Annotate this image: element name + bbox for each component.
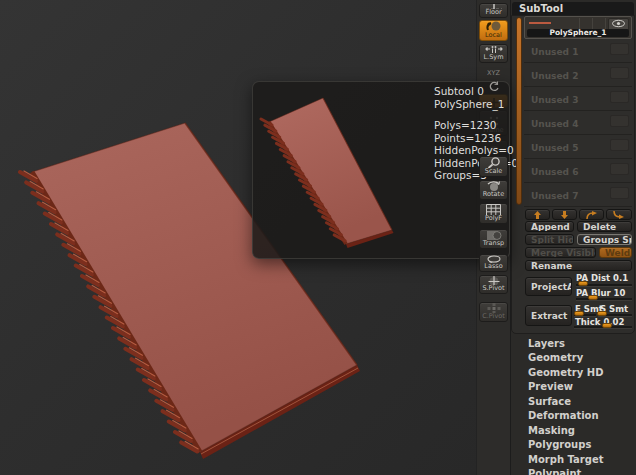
move-subtool-up-button[interactable] [525, 209, 550, 220]
curved-arrow-right-icon [586, 211, 598, 219]
stat-points: Points=1236 [434, 132, 510, 145]
xyz-button[interactable]: XYZ [479, 69, 508, 77]
polyf-button[interactable]: PolyF [479, 203, 508, 224]
eye-icon[interactable] [610, 67, 629, 79]
eye-icon[interactable] [610, 91, 629, 103]
scale-button[interactable]: Scale [479, 156, 508, 177]
section-surface[interactable]: Surface [528, 396, 628, 407]
arrow-up-icon [533, 211, 542, 219]
cpivot-button[interactable]: C.Pivot [479, 302, 508, 322]
polyf-label: PolyF [485, 215, 502, 223]
delete-button[interactable]: Delete [577, 221, 632, 232]
eye-icon[interactable] [610, 163, 629, 175]
subtool-item-unused-7[interactable]: Unused 7 [524, 185, 632, 207]
section-deformation[interactable]: Deformation [528, 410, 628, 421]
duplicate-subtool-button[interactable] [579, 209, 604, 220]
subtool-list-scrollbar[interactable] [516, 17, 522, 205]
spin-icon [488, 81, 500, 92]
spin-button[interactable] [479, 79, 508, 92]
rename-button[interactable]: Rename [525, 260, 632, 271]
subtool-item-unused-1[interactable]: Unused 1 [524, 41, 632, 63]
arrow-down-icon [560, 211, 569, 219]
section-layers[interactable]: Layers [528, 338, 628, 349]
subtool-item-unused-5[interactable]: Unused 5 [524, 137, 632, 159]
section-geometry-hd[interactable]: Geometry HD [528, 367, 628, 378]
section-preview[interactable]: Preview [528, 381, 628, 392]
pa-blur-slider-handle[interactable] [588, 295, 598, 300]
scale-label: Scale [485, 168, 503, 176]
curved-arrow-down-icon [613, 211, 625, 219]
lsym-button[interactable]: L.Sym [479, 44, 508, 63]
local-label: Local [485, 32, 502, 40]
merge-visible-button[interactable]: Merge Visible [525, 247, 596, 258]
subtool-item-unused-6[interactable]: Unused 6 [524, 161, 632, 183]
tooltip-subtool-name: PolySphere_1 [434, 98, 510, 111]
local-button[interactable]: Local [479, 20, 508, 41]
s-smt-slider-handle[interactable] [597, 311, 607, 316]
eye-icon [610, 19, 627, 28]
transp-button[interactable]: Transp [479, 229, 508, 249]
weld-button[interactable]: Weld [599, 247, 632, 258]
zbrush-window: Subtool 0 PolySphere_1 Polys=1230 Points… [0, 0, 636, 475]
extract-button[interactable]: Extract [525, 305, 572, 326]
eye-icon[interactable] [610, 187, 629, 199]
eye-icon[interactable] [610, 139, 629, 151]
cpivot-label: C.Pivot [482, 313, 505, 321]
subtool-panel-title[interactable]: SubTool [512, 2, 634, 15]
eye-icon[interactable] [610, 43, 629, 55]
section-morph-target[interactable]: Morph Target [528, 454, 628, 465]
append-button[interactable]: Append [525, 221, 574, 232]
section-masking[interactable]: Masking [528, 425, 628, 436]
stat-hiddenpolys: HiddenPolys=0 [434, 144, 510, 157]
thick-slider-handle[interactable] [602, 323, 612, 328]
split-hidden-button[interactable]: Split Hidden [525, 234, 574, 245]
lasso-button[interactable]: Lasso [479, 254, 508, 272]
section-geometry[interactable]: Geometry [528, 352, 628, 363]
subtool-selected-name[interactable]: PolySphere_1 [527, 29, 629, 37]
pa-blur-slider[interactable] [576, 298, 632, 301]
subtool-item-unused-2[interactable]: Unused 2 [524, 65, 632, 87]
project-all-button[interactable]: ProjectAll [525, 277, 572, 296]
pa-blur-slider-label: PA Blur 10 [576, 288, 625, 298]
xyz-label: XYZ [487, 69, 500, 77]
transp-label: Transp [483, 240, 504, 248]
floor-label: Floor [485, 9, 501, 17]
floor-button[interactable]: Floor [479, 3, 508, 18]
section-polypaint[interactable]: Polypaint [528, 468, 628, 475]
subtool-preview-tooltip: Subtool 0 PolySphere_1 Polys=1230 Points… [252, 81, 510, 259]
e-smt-slider-handle[interactable] [574, 311, 584, 316]
move-subtool-down-button[interactable] [552, 209, 577, 220]
groups-split-button[interactable]: Groups Split [577, 234, 632, 245]
subtool-item-unused-4[interactable]: Unused 4 [524, 113, 632, 135]
rotate-label: Rotate [483, 191, 504, 199]
section-polygroups[interactable]: Polygroups [528, 439, 628, 450]
stat-polys: Polys=1230 [434, 119, 510, 132]
eye-icon[interactable] [610, 115, 629, 127]
rotate-button[interactable]: Rotate [479, 180, 508, 200]
subtool-item-selected[interactable]: PolySphere_1 [524, 16, 632, 39]
pa-dist-slider-handle[interactable] [578, 281, 588, 286]
lsym-label: L.Sym [484, 54, 504, 62]
subtool-thumbnail-preview [529, 22, 551, 24]
spivot-label: S.Pivot [482, 285, 504, 293]
lasso-label: Lasso [484, 263, 502, 271]
insert-subtool-button[interactable] [606, 209, 632, 220]
subtool-item-unused-3[interactable]: Unused 3 [524, 89, 632, 111]
spivot-button[interactable]: S.Pivot [479, 275, 508, 294]
